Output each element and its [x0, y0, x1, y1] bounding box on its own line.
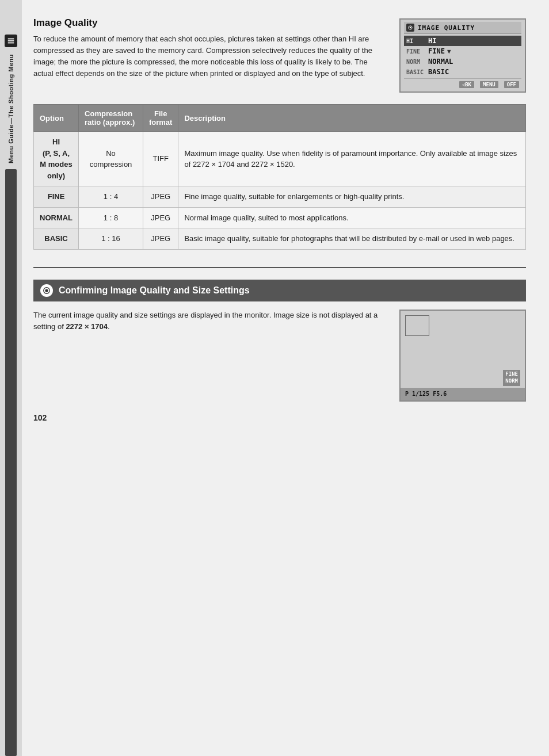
table-row: NORMAL 1 : 8 JPEG Normal image quality, …: [34, 207, 526, 228]
confirming-screen: FINE NORM P 1/125 F5.6: [399, 310, 526, 402]
table-header-format: Fileformat: [143, 105, 178, 132]
image-quality-table: Option Compressionratio (approx.) Filefo…: [33, 104, 526, 250]
format-basic: JPEG: [143, 228, 178, 250]
format-hi: TIFF: [143, 132, 178, 186]
confirming-header: Confirming Image Quality and Size Settin…: [33, 280, 526, 301]
compression-fine: 1 : 4: [79, 186, 143, 208]
cam-footer: ◁BK MENU OFF: [404, 78, 521, 89]
description-fine: Fine image quality, suitable for enlarge…: [178, 186, 526, 208]
quality-badge: FINE NORM: [503, 370, 520, 385]
image-quality-screen: IMAGE QUALITY HI HI FINE FINE ▼ NORM NOR…: [399, 18, 526, 93]
quality-badge-line1: FINE: [505, 371, 518, 378]
cam-screen-header: IMAGE QUALITY: [404, 22, 521, 34]
svg-point-6: [45, 289, 48, 292]
quality-badge-line2: NORM: [505, 378, 518, 385]
sidebar-bar: [5, 169, 17, 756]
cam-menu-item-norm: NORM NORMAL: [404, 56, 521, 67]
confirming-title: Confirming Image Quality and Size Settin…: [59, 285, 250, 296]
viewfinder-values: P 1/125 F5.6: [405, 391, 447, 397]
option-fine: FINE: [34, 186, 79, 208]
compression-hi: No compression: [79, 132, 143, 186]
svg-rect-1: [8, 40, 14, 41]
viewfinder-frame: [405, 315, 429, 336]
image-quality-section: Image Quality To reduce the amount of me…: [33, 17, 526, 93]
cam-off-btn: OFF: [504, 81, 519, 88]
option-hi: HI(P, S, A,M modesonly): [34, 132, 79, 186]
compression-basic: 1 : 16: [79, 228, 143, 250]
main-content: Image Quality To reduce the amount of me…: [22, 0, 549, 756]
image-quality-text: Image Quality To reduce the amount of me…: [33, 17, 388, 93]
confirming-text: The current image quality and size setti…: [33, 310, 388, 402]
viewfinder: FINE NORM P 1/125 F5.6: [399, 310, 526, 402]
download-arrow-icon: ▼: [447, 48, 451, 55]
cam-back-btn: ◁BK: [459, 81, 474, 88]
svg-rect-0: [8, 39, 14, 40]
description-normal: Normal image quality, suited to most app…: [178, 207, 526, 228]
section-divider: [33, 267, 526, 268]
image-quality-title: Image Quality: [33, 17, 388, 29]
table-header-compression: Compressionratio (approx.): [79, 105, 143, 132]
cam-screen-title: IMAGE QUALITY: [418, 24, 475, 32]
cam-menu-item-basic: BASIC BASIC: [404, 67, 521, 77]
option-basic: BASIC: [34, 228, 79, 250]
option-normal: NORMAL: [34, 207, 79, 228]
format-fine: JPEG: [143, 186, 178, 208]
table-row: BASIC 1 : 16 JPEG Basic image quality, s…: [34, 228, 526, 250]
compression-normal: 1 : 8: [79, 207, 143, 228]
image-quality-body: To reduce the amount of memory that each…: [33, 33, 388, 80]
page-number: 102: [33, 413, 526, 422]
table-header-option: Option: [34, 105, 79, 132]
description-hi: Maximum image quality. Use when fidelity…: [178, 132, 526, 186]
svg-rect-2: [8, 43, 14, 44]
cam-menu-item-fine: FINE FINE ▼: [404, 46, 521, 56]
description-basic: Basic image quality, suitable for photog…: [178, 228, 526, 250]
table-row: FINE 1 : 4 JPEG Fine image quality, suit…: [34, 186, 526, 208]
table-header-description: Description: [178, 105, 526, 132]
confirming-body-wrap: The current image quality and size setti…: [33, 310, 526, 402]
cam-menu-item-hi: HI HI: [404, 36, 521, 46]
svg-point-4: [410, 27, 411, 29]
cam-menu-icon: [406, 24, 414, 32]
sidebar-label: Menu Guide—The Shooting Menu: [7, 54, 14, 163]
viewfinder-bottom-bar: P 1/125 F5.6: [401, 388, 525, 400]
table-row: HI(P, S, A,M modesonly) No compression T…: [34, 132, 526, 186]
cam-menu-btn: MENU: [480, 81, 498, 88]
sidebar: Menu Guide—The Shooting Menu: [0, 0, 22, 756]
format-normal: JPEG: [143, 207, 178, 228]
confirm-icon: [40, 284, 53, 297]
sidebar-menu-icon: [5, 35, 17, 47]
camera-screen-iq: IMAGE QUALITY HI HI FINE FINE ▼ NORM NOR…: [399, 18, 526, 93]
confirming-section: Confirming Image Quality and Size Settin…: [33, 280, 526, 402]
